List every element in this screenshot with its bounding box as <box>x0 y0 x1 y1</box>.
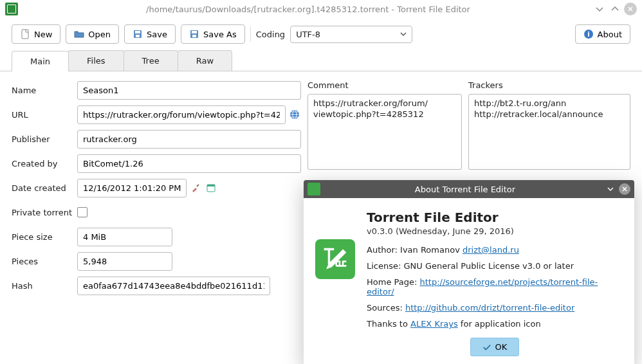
svg-rect-6 <box>192 35 196 37</box>
about-version: v0.3.0 (Wednesday, June 29, 2016) <box>367 226 623 236</box>
hash-label: Hash <box>12 281 77 291</box>
svg-text:i: i <box>587 31 589 38</box>
folder-open-icon <box>74 29 84 39</box>
url-label: URL <box>12 110 77 120</box>
window-titlebar: /home/taurus/Downloads/[rutracker.org].t… <box>0 0 642 18</box>
minimize-button[interactable] <box>593 3 606 15</box>
app-icon <box>5 3 18 15</box>
save-label: Save <box>147 30 167 39</box>
about-sources-line: Sources: http://github.com/drizt/torrent… <box>367 303 623 313</box>
maximize-button[interactable] <box>609 3 621 15</box>
datecreated-label: Date created <box>12 183 77 193</box>
about-title: Torrent File Editor <box>367 210 623 225</box>
file-new-icon <box>20 29 30 39</box>
check-icon <box>482 343 491 352</box>
publisher-label: Publisher <box>12 134 77 144</box>
open-button[interactable]: Open <box>66 24 119 44</box>
about-button[interactable]: i About <box>575 24 630 44</box>
createdby-input[interactable] <box>77 154 301 173</box>
about-thanks-line: Thanks to ALEX Krays for application ico… <box>367 319 623 329</box>
about-body: Torrent File Editor v0.3.0 (Wednesday, J… <box>304 198 634 364</box>
piecesize-label: Piece size <box>12 232 77 242</box>
form-column: Name URL Publisher Created by Date creat… <box>12 80 301 300</box>
about-dialog: About Torrent File Editor Torrent File E… <box>304 180 634 364</box>
coding-label: Coding <box>256 30 285 39</box>
about-license-line: License: GNU General Public License v3.0… <box>367 261 623 271</box>
author-email-link[interactable]: drizt@land.ru <box>463 245 519 255</box>
sources-link[interactable]: http://github.com/drizt/torrent-file-edi… <box>405 303 574 313</box>
info-icon: i <box>583 29 594 39</box>
globe-icon <box>289 109 300 120</box>
about-app-icon <box>307 183 320 196</box>
about-author-line: Author: Ivan Romanov drizt@land.ru <box>367 245 623 255</box>
tab-tree[interactable]: Tree <box>124 50 178 71</box>
chevron-up-icon <box>610 4 620 14</box>
open-label: Open <box>88 30 111 39</box>
svg-rect-5 <box>192 31 197 33</box>
comment-label: Comment <box>307 80 462 90</box>
saveas-icon <box>189 29 199 39</box>
calendar-icon <box>206 183 216 193</box>
hash-input[interactable] <box>77 277 270 295</box>
new-label: New <box>34 30 52 39</box>
about-minimize-button[interactable] <box>605 183 616 195</box>
window-controls <box>593 3 637 15</box>
saveas-label: Save As <box>203 30 237 39</box>
comment-textarea[interactable]: https://rutracker.org/forum/ viewtopic.p… <box>307 94 462 170</box>
saveas-button[interactable]: Save As <box>181 24 245 44</box>
chevron-down-icon <box>594 4 605 14</box>
private-label: Private torrent <box>12 208 77 217</box>
tab-files[interactable]: Files <box>68 50 124 71</box>
url-input[interactable] <box>77 105 286 124</box>
trackers-label: Trackers <box>468 80 630 90</box>
about-homepage-line: Home Page: http://sourceforge.net/projec… <box>367 277 623 296</box>
about-logo <box>315 239 355 279</box>
piecesize-input[interactable] <box>77 228 172 246</box>
ok-button[interactable]: OK <box>470 338 520 356</box>
publisher-input[interactable] <box>77 130 301 149</box>
coding-value: UTF-8 <box>296 30 320 39</box>
chevron-down-icon <box>607 186 614 192</box>
close-button[interactable] <box>624 3 637 15</box>
save-icon <box>133 29 143 39</box>
pieces-label: Pieces <box>12 257 77 266</box>
about-label: About <box>598 30 622 39</box>
tab-raw[interactable]: Raw <box>178 50 232 71</box>
tab-bar: Main Files Tree Raw <box>0 50 642 71</box>
datecreated-input[interactable] <box>77 179 187 197</box>
calendar-button[interactable] <box>205 181 217 194</box>
about-content: Torrent File Editor v0.3.0 (Wednesday, J… <box>367 210 623 356</box>
name-input[interactable] <box>77 81 301 100</box>
about-header: About Torrent File Editor <box>304 180 634 198</box>
private-checkbox[interactable] <box>77 207 87 217</box>
about-close-button[interactable] <box>619 183 630 195</box>
createdby-label: Created by <box>12 159 77 168</box>
about-header-title: About Torrent File Editor <box>326 185 605 194</box>
ok-label: OK <box>495 342 508 352</box>
name-label: Name <box>12 86 77 95</box>
clear-date-button[interactable] <box>189 181 202 194</box>
svg-rect-0 <box>22 30 28 39</box>
trackers-textarea[interactable]: http://bt2.t-ru.org/ann http://retracker… <box>468 94 630 170</box>
window-title: /home/taurus/Downloads/[rutracker.org].t… <box>23 5 593 14</box>
close-icon <box>627 5 634 13</box>
coding-select[interactable]: UTF-8 <box>290 26 412 43</box>
svg-rect-2 <box>135 31 140 33</box>
tab-main[interactable]: Main <box>12 51 69 71</box>
toolbar-divider <box>250 26 251 42</box>
pieces-input[interactable] <box>77 252 172 271</box>
chevron-down-icon <box>400 31 407 37</box>
save-button[interactable]: Save <box>124 24 176 44</box>
open-url-button[interactable] <box>288 108 301 121</box>
svg-rect-12 <box>207 185 215 187</box>
svg-rect-3 <box>136 35 140 37</box>
app-logo-icon <box>318 242 352 276</box>
broom-icon <box>190 183 201 193</box>
toolbar: New Open Save Save As Coding UTF-8 i Abo… <box>0 18 642 50</box>
new-button[interactable]: New <box>12 24 60 44</box>
close-icon <box>621 186 628 192</box>
thanks-link[interactable]: ALEX Krays <box>410 319 458 329</box>
